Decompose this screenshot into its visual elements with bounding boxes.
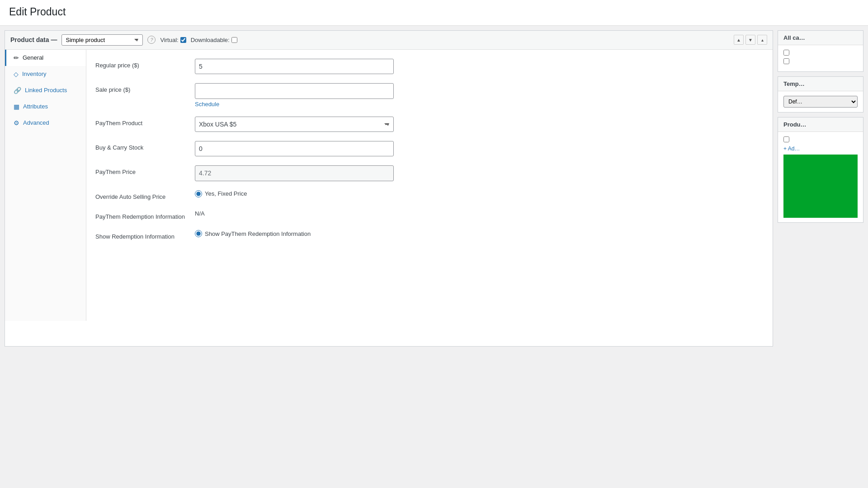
paythem-price-label: PayThem Price: [95, 165, 186, 176]
paythem-price-field: [195, 165, 394, 181]
sidebar-item-linked-products[interactable]: 🔗 Linked Products: [5, 82, 86, 99]
template-panel-body: Def…: [778, 91, 863, 112]
checkbox-item-2: [783, 58, 858, 64]
product-data-panel: Product data — Simple product Grouped pr…: [5, 30, 773, 347]
cat-checkbox-item: [783, 136, 858, 142]
show-redemption-option[interactable]: Show PayThem Redemption Information: [195, 230, 394, 237]
virtual-text: Virtual:: [160, 37, 178, 43]
sidebar-label-general: General: [23, 54, 43, 61]
general-icon: ✏: [14, 54, 19, 61]
sidebar-item-inventory[interactable]: ◇ Inventory: [5, 66, 86, 82]
paythem-product-select[interactable]: Xbox USA $5 Xbox USA $10 Xbox USA $25: [195, 117, 394, 132]
sidebar-label-advanced: Advanced: [23, 119, 49, 126]
paythem-product-label: PayThem Product: [95, 117, 186, 127]
show-redemption-label: Show Redemption Information: [95, 230, 186, 241]
redemption-info-row: PayThem Redemption Information N/A: [95, 210, 759, 221]
show-redemption-row: Show Redemption Information Show PayThem…: [95, 230, 759, 241]
show-redemption-field: Show PayThem Redemption Information: [195, 230, 394, 237]
panel-body: ✏ General ◇ Inventory 🔗 Linked Products …: [5, 50, 773, 321]
buy-carry-field: [195, 141, 394, 156]
product-cat-header: Produ…: [778, 117, 863, 132]
override-radio-label: Yes, Fixed Price: [205, 190, 247, 197]
downloadable-checkbox[interactable]: [231, 37, 237, 43]
nav-down-button[interactable]: ▼: [745, 35, 755, 45]
product-cat-panel: Produ… + Ad…: [778, 117, 863, 223]
template-panel-header: Temp…: [778, 77, 863, 91]
publish-panel-body: [778, 45, 863, 71]
sidebar-nav: ✏ General ◇ Inventory 🔗 Linked Products …: [5, 50, 86, 321]
buy-carry-row: Buy & Carry Stock: [95, 141, 759, 156]
regular-price-label: Regular price ($): [95, 59, 186, 70]
buy-carry-input[interactable]: [195, 141, 394, 156]
redemption-info-field: N/A: [195, 210, 394, 217]
advanced-icon: ⚙: [14, 119, 19, 127]
regular-price-input[interactable]: [195, 59, 394, 74]
sidebar-item-attributes[interactable]: ▦ Attributes: [5, 99, 86, 115]
main-layout: Product data — Simple product Grouped pr…: [0, 26, 868, 347]
publish-title: All ca…: [783, 34, 805, 41]
override-auto-field: Yes, Fixed Price: [195, 190, 394, 197]
sidebar-label-linked: Linked Products: [25, 87, 67, 94]
redemption-info-label: PayThem Redemption Information: [95, 210, 186, 221]
right-sidebar: All ca… Temp… Def…: [778, 30, 868, 347]
nav-collapse-button[interactable]: ▴: [757, 35, 767, 45]
override-radio-option[interactable]: Yes, Fixed Price: [195, 190, 394, 197]
linked-icon: 🔗: [14, 87, 21, 94]
form-area: Regular price ($) Sale price ($) Schedul…: [86, 50, 773, 321]
regular-price-field: [195, 59, 394, 74]
sidebar-label-inventory: Inventory: [22, 70, 46, 77]
checkbox-1[interactable]: [783, 50, 789, 56]
product-cat-title: Produ…: [783, 121, 807, 128]
publish-panel-header: All ca…: [778, 31, 863, 45]
sale-price-row: Sale price ($) Schedule: [95, 83, 759, 107]
sidebar-item-general[interactable]: ✏ General: [5, 50, 86, 66]
template-panel: Temp… Def…: [778, 76, 863, 113]
cat-checkbox-3[interactable]: [783, 136, 789, 142]
sidebar-label-attributes: Attributes: [23, 103, 48, 110]
checkbox-2[interactable]: [783, 58, 789, 64]
paythem-product-field: Xbox USA $5 Xbox USA $10 Xbox USA $25: [195, 117, 394, 132]
header-controls: ▲ ▼ ▴: [734, 35, 767, 45]
checkbox-item-1: [783, 50, 858, 56]
add-cat-link[interactable]: + Ad…: [783, 145, 800, 152]
template-title: Temp…: [783, 80, 805, 87]
product-type-select[interactable]: Simple product Grouped product External/…: [61, 34, 143, 46]
override-auto-label: Override Auto Selling Price: [95, 190, 186, 201]
downloadable-text: Downloadable:: [191, 37, 230, 43]
redemption-info-value: N/A: [195, 207, 205, 217]
product-type-wrapper: Simple product Grouped product External/…: [61, 34, 143, 46]
override-auto-row: Override Auto Selling Price Yes, Fixed P…: [95, 190, 759, 201]
nav-up-button[interactable]: ▲: [734, 35, 744, 45]
regular-price-row: Regular price ($): [95, 59, 759, 74]
template-select[interactable]: Def…: [783, 96, 858, 108]
publish-panel: All ca…: [778, 30, 863, 72]
help-icon[interactable]: ?: [147, 36, 156, 44]
override-radio[interactable]: [195, 190, 202, 197]
sale-price-input[interactable]: [195, 83, 394, 99]
schedule-link[interactable]: Schedule: [195, 101, 219, 108]
virtual-label[interactable]: Virtual:: [160, 37, 186, 43]
paythem-product-wrapper: Xbox USA $5 Xbox USA $10 Xbox USA $25: [195, 117, 394, 132]
inventory-icon: ◇: [14, 70, 19, 78]
sidebar-item-advanced[interactable]: ⚙ Advanced: [5, 115, 86, 131]
sale-price-label: Sale price ($): [95, 83, 186, 94]
page-title: Edit Product: [9, 5, 859, 19]
sale-price-field: Schedule: [195, 83, 394, 107]
green-bar: [783, 155, 858, 218]
page-header: Edit Product: [0, 0, 868, 26]
paythem-price-input: [195, 165, 394, 181]
show-redemption-option-label: Show PayThem Redemption Information: [205, 230, 311, 237]
paythem-product-row: PayThem Product Xbox USA $5 Xbox USA $10…: [95, 117, 759, 132]
show-redemption-radio[interactable]: [195, 230, 202, 237]
downloadable-label[interactable]: Downloadable:: [191, 37, 237, 43]
virtual-checkbox[interactable]: [180, 37, 186, 43]
product-data-label: Product data —: [10, 36, 57, 43]
paythem-price-row: PayThem Price: [95, 165, 759, 181]
product-data-header: Product data — Simple product Grouped pr…: [5, 31, 773, 50]
product-cat-body: + Ad…: [778, 132, 863, 222]
buy-carry-label: Buy & Carry Stock: [95, 141, 186, 152]
attributes-icon: ▦: [14, 103, 19, 110]
